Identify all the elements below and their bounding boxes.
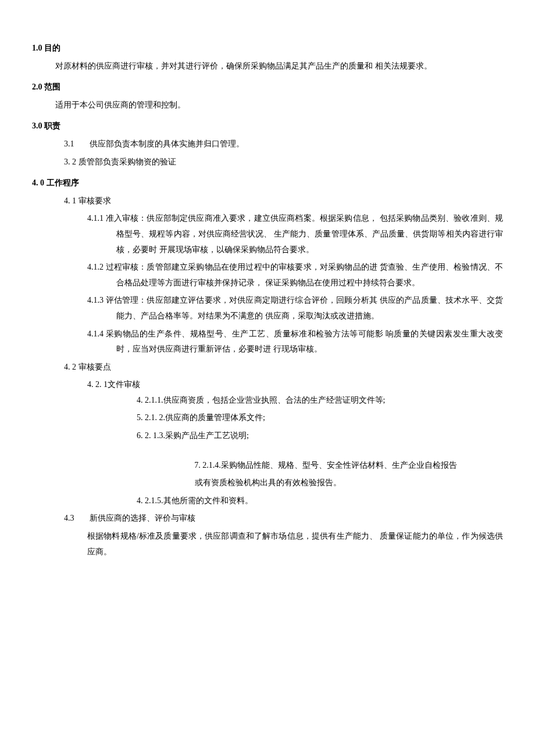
item-4-1-3: 4.1.3 评估管理：供应部建立评估要求，对供应商定期进行综合评价，回顾分析其 … bbox=[61, 293, 503, 324]
item-4-2-1-1: 4. 2.1.1.供应商资质，包括企业营业执照、合法的生产经营证明文件等; bbox=[32, 393, 503, 409]
item-4-2-1-5: 4. 2.1.5.其他所需的文件和资料。 bbox=[32, 493, 503, 509]
item-4-2-1-4b: 或有资质检验机构出具的有效检验报告。 bbox=[32, 475, 503, 491]
item-3-2: 3. 2 质管部负责采购物资的验证 bbox=[32, 155, 503, 170]
item-4-1-1: 4.1.1 准入审核：供应部制定供应商准入要求，建立供应商档案。根据采购信息， … bbox=[61, 211, 503, 257]
item-4-2-1-4a: 7. 2.1.4.采购物品性能、规格、型号、安全性评估材料、生产企业自检报告 bbox=[32, 458, 503, 474]
heading-4-0: 4. 0 工作程序 bbox=[32, 175, 503, 191]
item-4-3: 4.3 新供应商的选择、评价与审核 bbox=[32, 511, 503, 526]
item-4-2: 4. 2 审核要点 bbox=[32, 360, 503, 375]
body-1-0: 对原材料的供应商进行审核，并对其进行评价，确保所采购物品满足其产品生产的质量和 … bbox=[32, 59, 503, 74]
item-4-1: 4. 1 审核要求 bbox=[32, 194, 503, 209]
item-3-1: 3.1 供应部负责本制度的具体实施并归口管理。 bbox=[32, 137, 503, 152]
body-2-0: 适用于本公司供应商的管理和控制。 bbox=[32, 98, 503, 113]
item-4-2-1: 4. 2. 1文件审核 bbox=[32, 377, 503, 393]
heading-1-0: 1.0 目的 bbox=[32, 41, 503, 56]
item-4-2-1-3: 6. 2. 1.3.采购产品生产工艺说明; bbox=[32, 428, 503, 444]
heading-3-0: 3.0 职责 bbox=[32, 119, 503, 134]
item-4-2-1-2: 5. 2.1. 2.供应商的质量管理体系文件; bbox=[32, 410, 503, 426]
item-4-1-4: 4.1.4 采购物品的生产条件、规格型号、生产工艺、质量标准和检验方法等可能影 … bbox=[61, 327, 503, 357]
body-4-3: 根据物料规格/标准及质量要求，供应部调查和了解市场信息，提供有生产能力、 质量保… bbox=[32, 529, 503, 560]
heading-2-0: 2.0 范围 bbox=[32, 80, 503, 95]
item-4-1-2: 4.1.2 过程审核：质管部建立采购物品在使用过程中的审核要求，对采购物品的进 … bbox=[61, 260, 503, 291]
